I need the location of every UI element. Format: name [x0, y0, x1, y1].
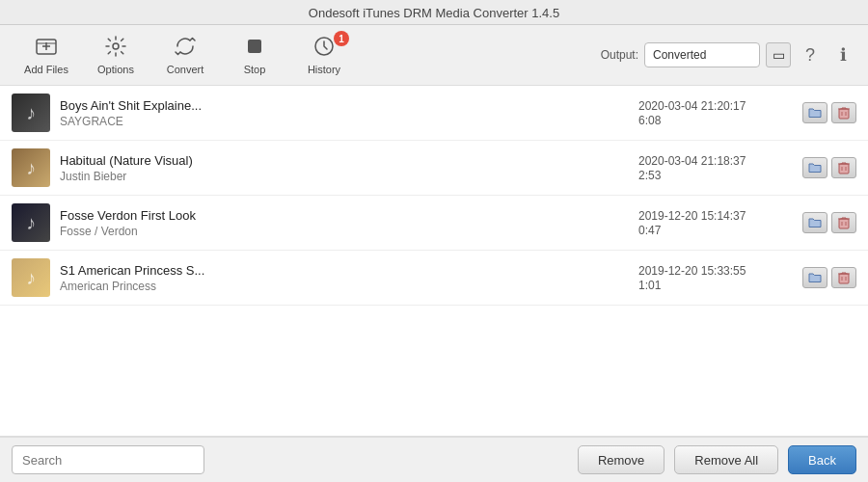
file-delete-button[interactable]: [831, 267, 856, 288]
file-meta: 2019-12-20 15:33:55 1:01: [638, 264, 793, 292]
convert-button[interactable]: Convert: [150, 31, 220, 79]
table-row: ♪ Fosse Verdon First Look Fosse / Verdon…: [0, 196, 868, 251]
history-button[interactable]: 1 History: [289, 31, 359, 79]
stop-label: Stop: [244, 64, 266, 75]
file-actions: [802, 102, 856, 123]
help-icon: ?: [805, 45, 815, 66]
output-area: Output: ▭ ? ℹ: [601, 41, 856, 68]
file-folder-button[interactable]: [802, 267, 827, 288]
stop-icon: [243, 35, 266, 62]
file-actions: [802, 157, 856, 178]
table-row: ♪ Boys Ain't Shit Explaine... SAYGRACE 2…: [0, 86, 868, 141]
svg-rect-18: [839, 274, 849, 283]
remove-button[interactable]: Remove: [578, 445, 665, 474]
folder-button[interactable]: ▭: [766, 42, 791, 67]
file-folder-button[interactable]: [802, 102, 827, 123]
table-row: ♪ S1 American Princess S... American Pri…: [0, 251, 868, 306]
title-bar: Ondesoft iTunes DRM Media Converter 1.4.…: [0, 0, 868, 25]
file-info: S1 American Princess S... American Princ…: [60, 263, 629, 293]
bottom-bar: Remove Remove All Back: [0, 437, 868, 482]
file-artist: Fosse / Verdon: [60, 225, 629, 238]
svg-rect-6: [839, 109, 849, 119]
file-folder-icon: [808, 272, 822, 283]
file-delete-icon: [838, 271, 850, 284]
file-folder-button[interactable]: [802, 157, 827, 178]
help-button[interactable]: ?: [797, 41, 824, 68]
search-input[interactable]: [12, 445, 204, 474]
stop-button[interactable]: Stop: [220, 31, 289, 79]
options-button[interactable]: Options: [81, 31, 150, 79]
toolbar: Add Files Options Convert Stop: [0, 25, 868, 86]
file-duration: 0:47: [638, 224, 661, 237]
file-list: ♪ Boys Ain't Shit Explaine... SAYGRACE 2…: [0, 86, 868, 437]
options-label: Options: [97, 64, 134, 75]
file-duration: 6:08: [638, 114, 661, 127]
file-duration: 2:53: [638, 169, 661, 182]
history-badge: 1: [334, 31, 349, 46]
file-title: Habitual (Nature Visual): [60, 153, 629, 168]
svg-point-3: [113, 43, 119, 49]
file-delete-button[interactable]: [831, 102, 856, 123]
file-meta: 2019-12-20 15:14:37 0:47: [638, 209, 793, 237]
file-delete-button[interactable]: [831, 212, 856, 233]
file-delete-icon: [838, 161, 850, 174]
file-artist: SAYGRACE: [60, 115, 629, 128]
output-input[interactable]: [644, 42, 760, 67]
convert-icon: [174, 35, 197, 62]
file-folder-icon: [808, 162, 822, 174]
file-actions: [802, 267, 856, 288]
thumb-art: ♪: [12, 94, 50, 132]
options-icon: [104, 35, 127, 62]
svg-rect-10: [839, 164, 849, 174]
file-delete-icon: [838, 106, 850, 120]
file-title: S1 American Princess S...: [60, 263, 629, 278]
file-date: 2020-03-04 21:18:37: [638, 154, 746, 168]
file-actions: [802, 212, 856, 233]
svg-rect-14: [839, 219, 849, 228]
folder-icon: ▭: [773, 47, 785, 63]
svg-rect-4: [248, 40, 261, 53]
file-artist: American Princess: [60, 280, 629, 293]
back-button[interactable]: Back: [788, 445, 856, 474]
file-duration: 1:01: [638, 279, 661, 292]
file-thumbnail: ♪: [12, 148, 50, 187]
file-meta: 2020-03-04 21:20:17 6:08: [638, 99, 793, 127]
add-files-icon: [35, 35, 58, 62]
thumb-art: ♪: [12, 258, 50, 297]
add-files-button[interactable]: Add Files: [12, 31, 81, 79]
file-delete-button[interactable]: [831, 157, 856, 178]
file-artist: Justin Bieber: [60, 170, 629, 183]
convert-label: Convert: [167, 64, 204, 75]
info-button[interactable]: ℹ: [829, 41, 856, 68]
file-folder-icon: [808, 107, 822, 119]
file-delete-icon: [838, 216, 850, 229]
file-thumbnail: ♪: [12, 94, 50, 132]
file-info: Habitual (Nature Visual) Justin Bieber: [60, 153, 629, 183]
file-info: Boys Ain't Shit Explaine... SAYGRACE: [60, 98, 629, 128]
file-thumbnail: ♪: [12, 258, 50, 297]
file-folder-button[interactable]: [802, 212, 827, 233]
remove-all-button[interactable]: Remove All: [674, 445, 778, 474]
file-title: Boys Ain't Shit Explaine...: [60, 98, 629, 113]
file-thumbnail: ♪: [12, 203, 50, 242]
file-date: 2020-03-04 21:20:17: [638, 99, 746, 113]
history-label: History: [308, 64, 340, 75]
file-date: 2019-12-20 15:33:55: [638, 264, 746, 278]
file-title: Fosse Verdon First Look: [60, 208, 629, 223]
output-label: Output:: [601, 48, 638, 62]
thumb-art: ♪: [12, 203, 50, 242]
file-date: 2019-12-20 15:14:37: [638, 209, 746, 223]
file-info: Fosse Verdon First Look Fosse / Verdon: [60, 208, 629, 238]
thumb-art: ♪: [12, 148, 50, 187]
file-meta: 2020-03-04 21:18:37 2:53: [638, 154, 793, 182]
history-icon: [312, 35, 336, 62]
add-files-label: Add Files: [24, 64, 68, 75]
table-row: ♪ Habitual (Nature Visual) Justin Bieber…: [0, 141, 868, 196]
file-folder-icon: [808, 217, 822, 228]
app-title: Ondesoft iTunes DRM Media Converter 1.4.…: [309, 6, 559, 20]
info-icon: ℹ: [840, 44, 847, 66]
